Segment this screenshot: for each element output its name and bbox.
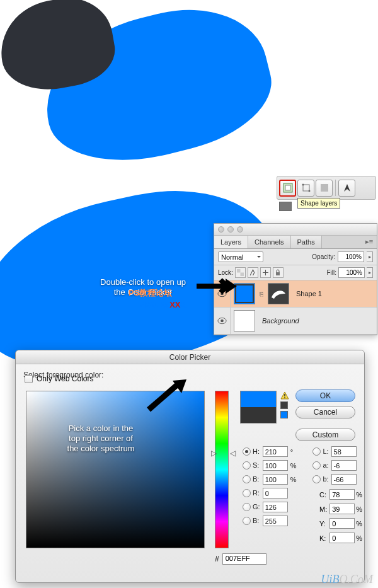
websafe-swatch[interactable]: [280, 411, 288, 418]
radio-h[interactable]: [243, 447, 251, 456]
only-web-label: Only Web Colors: [37, 374, 93, 383]
hue-slider[interactable]: [215, 391, 229, 548]
r-input[interactable]: 0: [263, 488, 288, 499]
pen-tool-button[interactable]: [338, 180, 355, 197]
radio-g[interactable]: [243, 503, 251, 511]
hex-hash: #: [215, 555, 219, 563]
tooltip-shape-layers: Shape layers: [297, 198, 340, 209]
visibility-toggle[interactable]: [214, 308, 231, 334]
radio-b[interactable]: [243, 475, 251, 483]
fill-input[interactable]: 100%: [338, 267, 365, 278]
svg-rect-2: [303, 185, 309, 191]
gamut-clip-swatch[interactable]: [280, 401, 288, 409]
l-input[interactable]: 58: [331, 446, 357, 457]
a-input[interactable]: -6: [331, 460, 357, 471]
radio-s[interactable]: [243, 461, 251, 470]
tab-paths[interactable]: Paths: [291, 236, 322, 248]
opacity-input[interactable]: 100%: [338, 251, 364, 262]
layer-row-background[interactable]: Background: [214, 308, 377, 335]
svg-rect-6: [237, 269, 241, 273]
new-old-swatch[interactable]: [240, 391, 277, 424]
m-input[interactable]: 39: [329, 504, 355, 514]
opacity-label: Opacity:: [312, 253, 335, 260]
svg-point-12: [220, 320, 224, 323]
custom-button[interactable]: Custom: [295, 429, 355, 441]
only-web-checkbox[interactable]: [25, 375, 33, 383]
fill-chevron-icon[interactable]: ▸: [367, 267, 373, 278]
panel-tabs: Layers Channels Paths: [214, 236, 377, 249]
tab-layers[interactable]: Layers: [214, 236, 248, 248]
lock-label: Lock:: [218, 269, 233, 276]
y-input[interactable]: 0: [329, 518, 355, 529]
svg-rect-7: [240, 273, 244, 277]
cancel-button[interactable]: Cancel: [295, 406, 355, 418]
fill-pixels-icon: [319, 182, 330, 193]
layer-row-shape1[interactable]: ⎘ Shape 1: [214, 280, 377, 308]
tab-channels[interactable]: Channels: [248, 236, 290, 248]
gamut-warning-icon[interactable]: [280, 391, 289, 400]
hue-handle-right[interactable]: ◁: [230, 449, 236, 458]
lock-all-button[interactable]: [273, 267, 284, 278]
vector-mask-thumb[interactable]: [268, 283, 289, 304]
pen-icon: [341, 182, 353, 193]
foreground-swatch-mini[interactable]: [279, 202, 292, 211]
instruction-pick-color: Pick a color in the top right corner of …: [50, 424, 151, 454]
svg-point-4: [308, 190, 310, 192]
watermark-brand: UiBQ.CoM: [321, 573, 374, 586]
radio-r[interactable]: [243, 489, 251, 497]
k-input[interactable]: 0: [329, 533, 355, 543]
color-spectrum[interactable]: [26, 391, 205, 548]
zoom-dot[interactable]: [237, 226, 243, 233]
opacity-chevron-icon[interactable]: ▸: [367, 251, 373, 262]
fill-label: Fill:: [326, 269, 336, 276]
svg-rect-14: [284, 397, 285, 398]
toolbar-separator: [335, 180, 336, 196]
svg-rect-5: [321, 184, 328, 192]
dialog-title: Color Picker: [16, 350, 364, 364]
svg-point-3: [302, 184, 304, 186]
layer-thumb[interactable]: [234, 310, 255, 331]
paths-mode-button[interactable]: [297, 180, 314, 197]
g-input[interactable]: 126: [263, 502, 288, 512]
svg-rect-8: [276, 272, 280, 275]
arrow-icon: [195, 276, 237, 296]
radio-a[interactable]: [312, 461, 321, 470]
window-traffic-lights: [214, 224, 377, 236]
watermark-url: BBS. 16XX8.: [139, 300, 187, 309]
radio-bval[interactable]: [312, 475, 321, 483]
layer-name[interactable]: Background: [262, 317, 299, 325]
c-input[interactable]: 78: [329, 489, 355, 500]
fill-pixels-button[interactable]: [316, 180, 333, 197]
close-dot[interactable]: [218, 226, 224, 233]
blend-mode-select[interactable]: Normal: [218, 251, 263, 262]
radio-l[interactable]: [312, 447, 321, 456]
lock-position-button[interactable]: [260, 267, 271, 278]
radio-bv[interactable]: [243, 517, 251, 525]
lock-image-button[interactable]: [248, 267, 258, 278]
layer-color-thumb[interactable]: [234, 283, 255, 304]
bval-input[interactable]: -66: [331, 474, 357, 485]
hex-input[interactable]: 007EFF: [222, 553, 266, 565]
layer-name[interactable]: Shape 1: [296, 290, 322, 297]
paths-icon: [301, 182, 312, 193]
shape-layers-button[interactable]: [279, 180, 296, 197]
svg-rect-1: [285, 185, 290, 190]
panel-menu-icon[interactable]: ▸≡: [365, 238, 373, 245]
s-input[interactable]: 100: [263, 460, 288, 471]
h-input[interactable]: 210: [263, 446, 288, 457]
shape-layers-icon: [282, 182, 294, 193]
ok-button[interactable]: OK: [295, 389, 355, 402]
cmyk-grid: C:78% M:39% Y:0% K:0%: [319, 489, 362, 543]
watermark-text: PS教程论坛: [129, 287, 172, 299]
hue-handle-left[interactable]: ▷: [211, 449, 217, 458]
arrow-icon: [145, 378, 188, 413]
link-icon: ⎘: [258, 283, 265, 304]
min-dot[interactable]: [227, 226, 234, 233]
layers-panel: Layers Channels Paths ▸≡ Normal Opacity:…: [214, 223, 377, 335]
b-input[interactable]: 100: [263, 474, 288, 485]
bv-input[interactable]: 255: [263, 516, 288, 526]
color-picker-dialog: Color Picker Select foreground color: ▷ …: [15, 350, 365, 583]
toolbar-shape-options: Shape layers: [277, 176, 376, 200]
svg-rect-13: [284, 394, 285, 396]
